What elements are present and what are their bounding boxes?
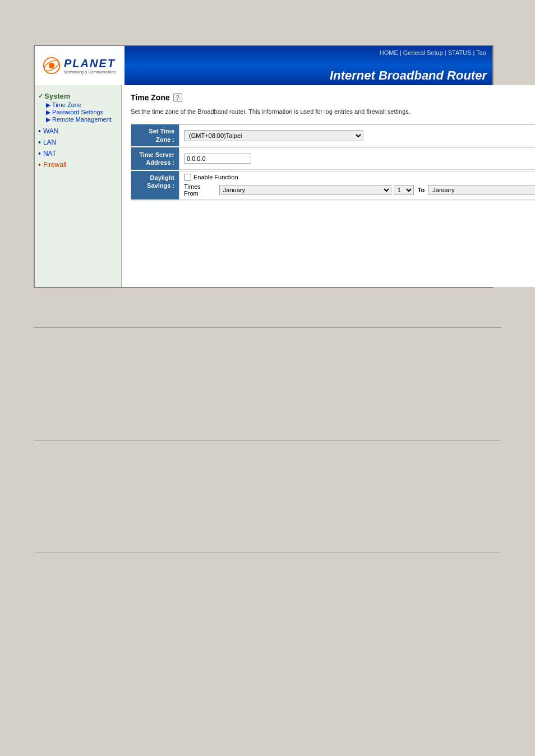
sidebar: ✓ System ▶ Time Zone ▶ Password Settings… [35, 85, 122, 287]
to-label: To [418, 187, 425, 193]
sidebar-wan[interactable]: • WAN [38, 126, 118, 137]
server-label: Time Server Address : [131, 147, 179, 170]
nav-text: HOME | General Setup | STATUS | Too [380, 49, 486, 56]
times-from-row: Times From JanuaryFebruaryMarchAprilMayJ… [184, 183, 535, 197]
firewall-bullet: • [38, 160, 41, 169]
sidebar-lan[interactable]: • LAN [38, 137, 118, 148]
sidebar-nat-label: NAT [43, 150, 56, 157]
sidebar-item-password[interactable]: ▶ Password Settings [38, 109, 118, 116]
help-icon[interactable]: ? [173, 93, 182, 102]
server-address-input[interactable] [184, 154, 251, 164]
page-description: Set the time zone of the Broadband route… [131, 108, 535, 116]
planet-logo-icon [43, 57, 61, 75]
sidebar-system-section[interactable]: ✓ System [38, 91, 118, 101]
enable-function-label: Enable Function [193, 174, 238, 180]
page-title-row: Time Zone ? [131, 93, 535, 102]
enable-function-checkbox[interactable] [184, 174, 191, 181]
nat-bullet: • [38, 149, 41, 158]
from-day-select[interactable]: 1234567891011121314151617181920212223242… [394, 185, 414, 195]
check-icon: ✓ [38, 92, 43, 100]
daylight-label: Daylight Savings : [131, 171, 179, 200]
planet-brand-name: PLANET [64, 57, 116, 70]
header-right: HOME | General Setup | STATUS | Too Inte… [124, 46, 492, 85]
separator-2 [34, 440, 501, 440]
planet-logo: PLANET Networking & Communication [43, 57, 116, 75]
sidebar-wan-label: WAN [43, 127, 59, 135]
timezone-select[interactable]: (GMT+08:00)Taipei(GMT-12:00)Eniwetok, Kw… [184, 130, 363, 141]
logo-area: PLANET Networking & Communication [35, 46, 124, 85]
arrow-icon: ▶ [46, 101, 50, 108]
sidebar-system-label: System [44, 92, 70, 100]
page-title: Time Zone [131, 93, 170, 102]
lan-bullet: • [38, 138, 41, 147]
sidebar-item-remote[interactable]: ▶ Remote Management [38, 116, 118, 123]
server-row: Time Server Address : [131, 147, 535, 170]
content-area: Time Zone ? Set the time zone of the Bro… [122, 85, 535, 287]
times-from-label: Times From [184, 183, 215, 197]
sidebar-nat[interactable]: • NAT [38, 148, 118, 159]
separator-3 [34, 553, 501, 553]
sidebar-remote-label: Remote Management [52, 116, 112, 123]
sidebar-lan-label: LAN [43, 138, 56, 146]
separator-1 [34, 327, 501, 328]
enable-function-row: Enable Function [184, 174, 238, 181]
planet-tagline: Networking & Communication [64, 70, 116, 74]
server-input-cell [179, 147, 535, 170]
sidebar-firewall-label: Firewall [43, 161, 66, 169]
timezone-input-cell: (GMT+08:00)Taipei(GMT-12:00)Eniwetok, Kw… [179, 124, 535, 146]
sidebar-firewall[interactable]: • Firewall [38, 159, 118, 170]
timezone-label: Set Time Zone : [131, 124, 179, 146]
wan-bullet: • [38, 127, 41, 136]
svg-point-2 [49, 63, 55, 69]
daylight-input-cell: Enable Function Times From JanuaryFebrua… [179, 171, 535, 200]
sidebar-password-label: Password Settings [52, 109, 103, 115]
timezone-row: Set Time Zone : (GMT+08:00)Taipei(GMT-12… [131, 124, 535, 146]
sidebar-timezone-label: Time Zone [52, 101, 81, 108]
sidebar-item-timezone[interactable]: ▶ Time Zone [38, 101, 118, 109]
router-title: Internet Broadband Router [330, 68, 487, 83]
arrow-icon-rm: ▶ [46, 116, 50, 123]
nav-links[interactable]: HOME | General Setup | STATUS | Too [379, 49, 487, 56]
to-month-select[interactable]: JanuaryFebruaryMarchAprilMayJuneJulyAugu… [428, 185, 535, 195]
header: PLANET Networking & Communication HOME |… [35, 46, 492, 85]
button-row: Apply Cancel [131, 208, 535, 220]
from-month-select[interactable]: JanuaryFebruaryMarchAprilMayJuneJulyAugu… [219, 185, 391, 195]
daylight-row: Daylight Savings : Enable Function Times… [131, 171, 535, 200]
arrow-icon-pw: ▶ [46, 109, 50, 115]
